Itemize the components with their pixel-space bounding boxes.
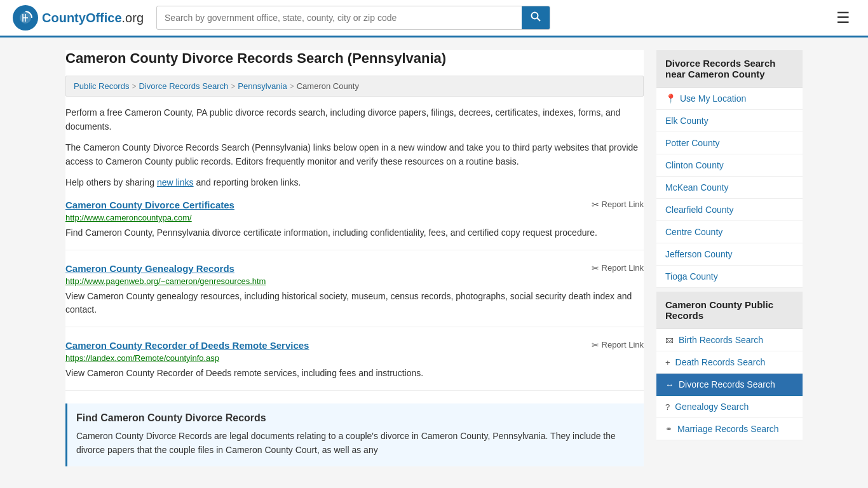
use-location-label: Use My Location	[680, 93, 746, 104]
svg-point-2	[532, 13, 538, 19]
result-title-0[interactable]: Cameron County Divorce Certificates	[65, 200, 234, 210]
report-link-1[interactable]: ✂ Report Link	[592, 263, 644, 273]
result-title-2[interactable]: Cameron County Recorder of Deeds Remote …	[65, 340, 309, 351]
nearby-county-link-3[interactable]: McKean County	[665, 182, 729, 193]
public-records-link-4[interactable]: Marriage Records Search	[677, 424, 779, 434]
public-records-link-1[interactable]: Death Records Search	[675, 357, 766, 367]
nearby-county-link-4[interactable]: Clearfield County	[665, 205, 733, 215]
public-records-link-3[interactable]: Genealogy Search	[675, 402, 749, 412]
breadcrumb-public-records[interactable]: Public Records	[74, 81, 129, 91]
breadcrumb-sep-1: >	[132, 82, 136, 91]
result-item-2: Cameron County Recorder of Deeds Remote …	[65, 340, 644, 391]
scissors-icon-2: ✂	[592, 340, 599, 350]
public-records-section: Cameron County Public Records 🖂 Birth Re…	[656, 292, 803, 440]
public-records-item-2[interactable]: ↔ Divorce Records Search	[656, 374, 803, 396]
result-item-1: Cameron County Genealogy Records ✂ Repor…	[65, 263, 644, 327]
public-records-item-1[interactable]: + Death Records Search	[656, 351, 803, 374]
location-pin-icon: 📍	[665, 93, 676, 104]
page-title: Cameron County Divorce Records Search (P…	[65, 50, 644, 67]
public-records-icon-2: ↔	[665, 380, 674, 390]
nearby-counties-list: Elk CountyPotter CountyClinton CountyMcK…	[656, 110, 803, 288]
nearby-county-4[interactable]: Clearfield County	[656, 199, 803, 221]
public-records-icon-4: ⚭	[665, 424, 672, 434]
breadcrumb-sep-3: >	[290, 82, 294, 91]
scissors-icon-1: ✂	[592, 263, 599, 273]
report-link-0[interactable]: ✂ Report Link	[592, 200, 644, 210]
search-container	[156, 6, 550, 30]
public-records-item-4[interactable]: ⚭ Marriage Records Search	[656, 418, 803, 440]
public-records-link-0[interactable]: Birth Records Search	[679, 335, 763, 345]
description-3: Help others by sharing new links and rep…	[65, 175, 644, 189]
search-button[interactable]	[522, 6, 550, 29]
use-my-location[interactable]: 📍 Use My Location	[656, 88, 803, 110]
find-section-title: Find Cameron County Divorce Records	[76, 412, 635, 424]
result-url-0[interactable]: http://www.cameroncountypa.com/	[65, 213, 644, 222]
nearby-county-link-2[interactable]: Clinton County	[665, 160, 724, 170]
breadcrumb-divorce-records[interactable]: Divorce Records Search	[139, 81, 228, 91]
find-section: Find Cameron County Divorce Records Came…	[65, 403, 644, 466]
public-records-icon-0: 🖂	[665, 336, 674, 345]
result-desc-0: Find Cameron County, Pennsylvania divorc…	[65, 226, 644, 240]
result-title-1[interactable]: Cameron County Genealogy Records	[65, 263, 234, 274]
nearby-county-2[interactable]: Clinton County	[656, 154, 803, 177]
nearby-county-6[interactable]: Jefferson County	[656, 243, 803, 266]
description-2: The Cameron County Divorce Records Searc…	[65, 140, 644, 169]
desc3-pre: Help others by sharing	[65, 177, 157, 187]
find-section-desc: Cameron County Divorce Records are legal…	[76, 429, 635, 458]
nearby-county-1[interactable]: Potter County	[656, 132, 803, 154]
nearby-header: Divorce Records Search near Cameron Coun…	[656, 50, 803, 88]
menu-button[interactable]: ☰	[831, 6, 855, 29]
search-icon	[531, 11, 541, 22]
public-records-list: 🖂 Birth Records Search + Death Records S…	[656, 329, 803, 440]
search-input[interactable]	[157, 8, 522, 28]
svg-line-3	[538, 18, 541, 22]
result-url-1[interactable]: http://www.pagenweb.org/~cameron/genreso…	[65, 276, 644, 286]
main-layout: Cameron County Divorce Records Search (P…	[53, 37, 815, 479]
nearby-county-link-1[interactable]: Potter County	[665, 138, 720, 148]
public-records-header: Cameron County Public Records	[656, 292, 803, 329]
scissors-icon-0: ✂	[592, 200, 599, 210]
new-links-link[interactable]: new links	[157, 177, 194, 187]
breadcrumb: Public Records > Divorce Records Search …	[65, 76, 644, 97]
nearby-county-link-7[interactable]: Tioga County	[665, 271, 718, 281]
nearby-county-7[interactable]: Tioga County	[656, 266, 803, 288]
logo-icon	[13, 5, 38, 30]
nearby-county-0[interactable]: Elk County	[656, 110, 803, 132]
breadcrumb-current: Cameron County	[297, 81, 359, 91]
public-records-item-3[interactable]: ? Genealogy Search	[656, 396, 803, 418]
public-records-link-2[interactable]: Divorce Records Search	[679, 379, 775, 390]
logo-area[interactable]: CountyOffice.org	[13, 5, 144, 30]
result-desc-1: View Cameron County genealogy resources,…	[65, 290, 644, 316]
result-item-0: Cameron County Divorce Certificates ✂ Re…	[65, 200, 644, 250]
report-link-2[interactable]: ✂ Report Link	[592, 340, 644, 350]
public-records-icon-1: +	[665, 358, 670, 367]
result-url-2[interactable]: https://landex.com/Remote/countyinfo.asp	[65, 353, 644, 363]
content-area: Cameron County Divorce Records Search (P…	[65, 50, 644, 466]
results-area: Cameron County Divorce Certificates ✂ Re…	[65, 200, 644, 391]
nearby-county-5[interactable]: Centre County	[656, 221, 803, 243]
sidebar: Divorce Records Search near Cameron Coun…	[656, 50, 803, 466]
nearby-section: Divorce Records Search near Cameron Coun…	[656, 50, 803, 288]
nearby-county-link-5[interactable]: Centre County	[665, 227, 722, 237]
logo-text: CountyOffice.org	[42, 11, 144, 25]
public-records-item-0[interactable]: 🖂 Birth Records Search	[656, 329, 803, 351]
breadcrumb-pennsylvania[interactable]: Pennsylvania	[238, 81, 287, 91]
nearby-county-3[interactable]: McKean County	[656, 177, 803, 199]
breadcrumb-sep-2: >	[231, 82, 235, 91]
header: CountyOffice.org ☰	[0, 0, 868, 37]
result-desc-2: View Cameron County Recorder of Deeds re…	[65, 367, 644, 380]
description-1: Perform a free Cameron County, PA public…	[65, 105, 644, 134]
desc3-post: and reporting broken links.	[194, 177, 301, 187]
public-records-icon-3: ?	[665, 402, 670, 412]
nearby-county-link-0[interactable]: Elk County	[665, 116, 709, 126]
nearby-county-link-6[interactable]: Jefferson County	[665, 249, 733, 259]
